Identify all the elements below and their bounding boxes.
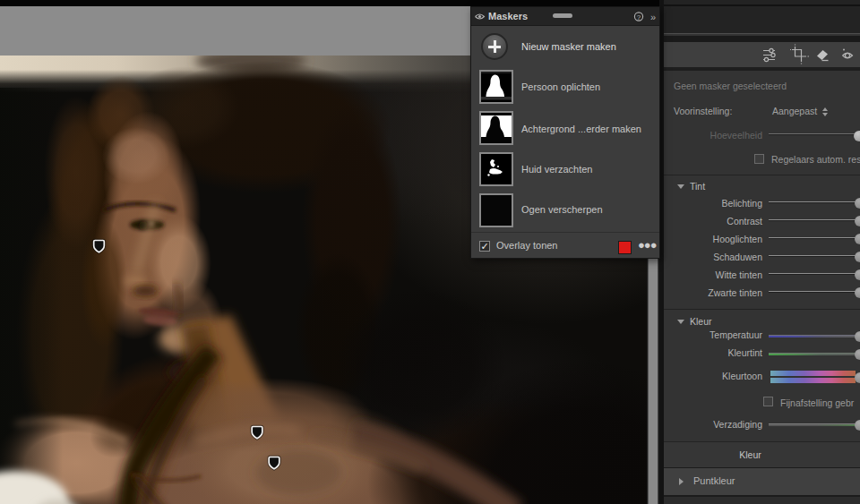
svg-text:?: ? bbox=[637, 13, 641, 21]
svg-text:»: » bbox=[650, 12, 656, 22]
